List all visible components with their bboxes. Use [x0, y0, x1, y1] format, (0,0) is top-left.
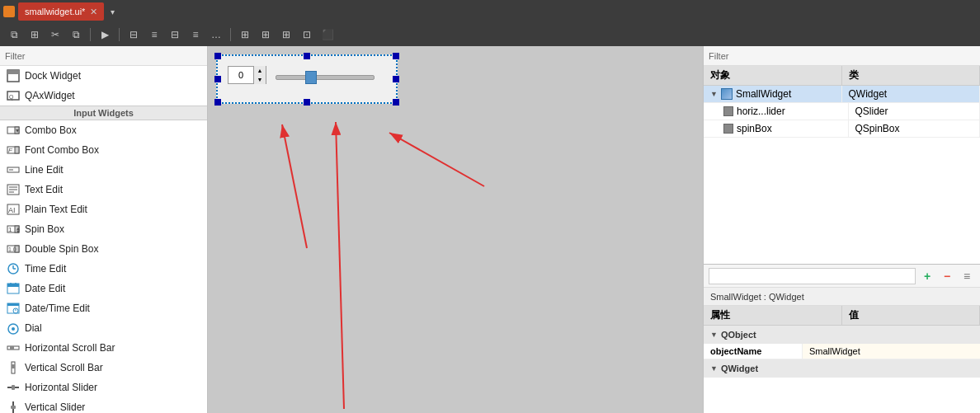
spin-box-icon: ▲▼1 — [7, 223, 20, 236]
widget-item-lineedit[interactable]: Line Edit — [0, 160, 207, 180]
spinbox-value[interactable] — [229, 68, 253, 82]
svg-rect-9 — [15, 147, 19, 153]
svg-rect-40 — [10, 346, 14, 350]
qwidget-expand-icon[interactable]: ▼ — [710, 364, 718, 373]
prop-category-qwidget[interactable]: ▼ QWidget — [704, 359, 980, 378]
prop-remove-btn[interactable]: − — [939, 268, 955, 284]
inspector-header: 对象 类 — [704, 66, 980, 86]
obj-name-0: SmallWidget — [736, 88, 791, 100]
widget-item-vslider[interactable]: Vertical Slider — [0, 397, 207, 413]
hslider-track — [276, 75, 375, 80]
titlebar: smallwidget.ui* ✕ ▾ — [0, 0, 980, 23]
prop-name-objectname: objectName — [704, 344, 803, 359]
spinbox-type-icon — [723, 124, 733, 134]
resize-handle-tl[interactable] — [214, 53, 221, 59]
prop-add-btn[interactable]: + — [919, 268, 935, 284]
widget-item-timeedit[interactable]: Time Edit — [0, 259, 207, 279]
input-widgets-category: Input Widgets — [0, 106, 207, 120]
prop-category-qobject[interactable]: ▼ QObject — [704, 326, 980, 344]
widget-list: Dock Widget Q QAxWidget Input Widgets ▾ … — [0, 66, 207, 413]
svg-line-52 — [389, 133, 484, 186]
widget-item-spinbox[interactable]: ▲▼1 Spin Box — [0, 219, 207, 239]
toolbar-btn-grid4[interactable]: ⊡ — [298, 26, 316, 44]
widget-item-combo[interactable]: ▾ Combo Box — [0, 120, 207, 140]
widget-item-dateedit[interactable]: Date Edit — [0, 279, 207, 298]
prop-row-objectname[interactable]: objectName SmallWidget — [704, 344, 980, 359]
toolbar-btn-grid1[interactable]: ⊞ — [236, 26, 254, 44]
widget-item-hscrollbar[interactable]: Horizontal Scroll Bar — [0, 338, 207, 358]
line-edit-icon — [7, 163, 20, 176]
toolbar-btn-new[interactable]: ⧉ — [5, 26, 23, 44]
widget-item-dock[interactable]: Dock Widget — [0, 66, 207, 86]
expand-icon-0[interactable]: ▼ — [710, 90, 718, 98]
toolbar-btn-grid2[interactable]: ⊞ — [257, 26, 275, 44]
widget-item-doublespinbox[interactable]: 1.0 Double Spin Box — [0, 239, 207, 259]
hslider-thumb[interactable] — [305, 71, 317, 84]
inspector-row-smallwidget[interactable]: ▼ SmallWidget QWidget — [704, 86, 980, 103]
prop-value-objectname[interactable]: SmallWidget — [803, 344, 980, 359]
tab-close-icon[interactable]: ✕ — [90, 7, 97, 17]
toolbar-btn-layout1[interactable]: ⊟ — [125, 26, 143, 44]
toolbar-sep-3 — [230, 28, 231, 41]
inspector-row-slider[interactable]: horiz...lider QSlider — [704, 103, 980, 120]
qwidget-category-label: QWidget — [721, 364, 758, 373]
widget-item-vscrollbar[interactable]: Vertical Scroll Bar — [0, 358, 207, 378]
toolbar-btn-layout2[interactable]: ≡ — [145, 26, 163, 44]
svg-text:Q: Q — [9, 94, 14, 101]
hscrollbar-label: Horizontal Scroll Bar — [25, 342, 115, 354]
svg-text:AI: AI — [8, 206, 16, 214]
widget-item-datetimeedit[interactable]: Date/Time Edit — [0, 298, 207, 318]
left-panel: Filter Dock Widget Q QAxWidget Input Wid… — [0, 46, 208, 413]
properties-panel: + − ≡ SmallWidget : QWidget 属性 值 ▼ QObje… — [704, 265, 980, 413]
spinbox-up-btn[interactable]: ▲ — [254, 66, 266, 75]
toolbar-btn-layout3[interactable]: ⊟ — [166, 26, 184, 44]
inspector-cell-obj-1: horiz...lider — [704, 103, 849, 120]
inspector-cell-class-1: QSlider — [849, 103, 981, 120]
resize-handle-tr[interactable] — [393, 53, 399, 59]
qobject-expand-icon[interactable]: ▼ — [710, 331, 718, 339]
toolbar-btn-grid5[interactable]: ⬛ — [318, 26, 337, 44]
toolbar-btn-layout4[interactable]: ≡ — [186, 26, 205, 44]
widget-item-qax[interactable]: Q QAxWidget — [0, 86, 207, 106]
inspector-filter-label: Filter — [709, 51, 728, 61]
widget-item-textedit[interactable]: Text Edit — [0, 180, 207, 199]
spinbox-down-btn[interactable]: ▼ — [254, 75, 266, 84]
font-combo-box-label: Font Combo Box — [25, 144, 99, 156]
dial-icon — [7, 321, 20, 335]
main-content: Filter Dock Widget Q QAxWidget Input Wid… — [0, 46, 980, 413]
resize-handle-mr[interactable] — [393, 76, 399, 82]
toolbar-sep-1 — [90, 28, 91, 41]
resize-handle-bm[interactable] — [304, 99, 310, 106]
file-tab[interactable]: smallwidget.ui* ✕ — [18, 2, 104, 21]
hslider-on-canvas[interactable] — [276, 71, 375, 84]
resize-handle-br[interactable] — [393, 99, 399, 106]
tab-dropdown-icon[interactable]: ▾ — [107, 6, 118, 18]
spinbox-buttons: ▲ ▼ — [253, 66, 266, 84]
combo-box-icon: ▾ — [7, 124, 20, 137]
properties-filter-input[interactable] — [709, 268, 916, 284]
obj-name-1: horiz...lider — [737, 106, 785, 117]
resize-handle-ml[interactable] — [214, 76, 221, 82]
prop-menu-btn[interactable]: ≡ — [959, 268, 975, 284]
toolbar-btn-grid3[interactable]: ⊞ — [277, 26, 295, 44]
spinbox-on-canvas[interactable]: ▲ ▼ — [228, 66, 266, 84]
toolbar-btn-copy[interactable]: ⧉ — [67, 26, 85, 44]
resize-handle-tm[interactable] — [304, 53, 310, 59]
svg-text:1.0: 1.0 — [8, 246, 16, 252]
widget-item-plaintext[interactable]: AI Plain Text Edit — [0, 199, 207, 219]
double-spin-box-icon: 1.0 — [7, 242, 20, 256]
resize-handle-bl[interactable] — [214, 99, 221, 106]
inspector-row-spinbox[interactable]: spinBox QSpinBox — [704, 120, 980, 138]
toolbar-btn-cut[interactable]: ✂ — [46, 26, 64, 44]
toolbar-btn-layout5[interactable]: … — [207, 26, 225, 44]
obj-class-0: QWidget — [849, 88, 888, 100]
qobject-category-label: QObject — [721, 330, 756, 340]
widget-item-hslider[interactable]: Horizontal Slider — [0, 378, 207, 397]
datetime-edit-icon — [7, 302, 20, 315]
toolbar-btn-play[interactable]: ▶ — [96, 26, 114, 44]
time-edit-label: Time Edit — [25, 263, 66, 275]
design-canvas[interactable]: ▲ ▼ — [216, 54, 398, 104]
widget-item-dial[interactable]: Dial — [0, 318, 207, 338]
widget-item-fontcombo[interactable]: F Font Combo Box — [0, 140, 207, 160]
toolbar-btn-open[interactable]: ⊞ — [26, 26, 44, 44]
